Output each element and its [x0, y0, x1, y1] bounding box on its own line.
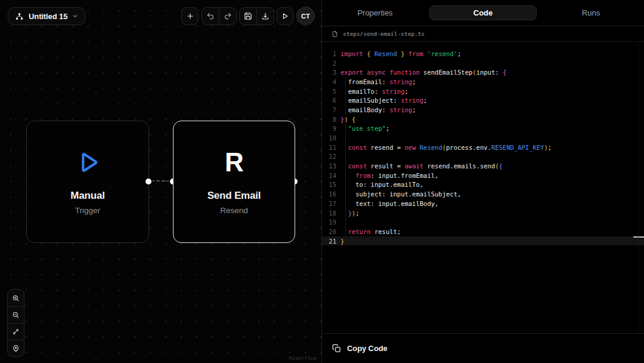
node-subtitle: Trigger: [75, 206, 100, 215]
node-manual-trigger[interactable]: Manual Trigger: [26, 121, 149, 243]
indent-guide: [345, 133, 346, 143]
code-line: 11 const resend = new Resend(process.env…: [322, 143, 644, 152]
node-title: Manual: [70, 190, 104, 202]
history-button-group: [202, 7, 237, 25]
line-number: 14: [322, 172, 340, 179]
code-text: emailBody: string;: [340, 106, 416, 113]
add-node-button[interactable]: [181, 7, 199, 25]
code-text: return result;: [340, 228, 401, 235]
indent-guide: [345, 189, 346, 199]
line-number: 6: [322, 97, 340, 104]
flow-name-dropdown[interactable]: Untitled 15: [8, 7, 85, 25]
download-icon: [261, 12, 270, 20]
line-number: 5: [322, 88, 340, 95]
line-number: 11: [322, 144, 340, 151]
line-number: 8: [322, 116, 340, 123]
code-text: export async function sendEmailStep(inpu…: [340, 69, 506, 76]
save-floppy-icon: [244, 12, 252, 20]
code-editor[interactable]: 1import { Resend } from 'resend';23expor…: [322, 42, 644, 333]
copy-icon: [332, 344, 341, 353]
code-text: fromEmail: string;: [340, 78, 416, 85]
code-line: 3export async function sendEmailStep(inp…: [322, 67, 644, 77]
code-text: "use step";: [340, 125, 389, 132]
avatar[interactable]: CT: [296, 7, 315, 25]
canvas-controls: [7, 289, 24, 357]
line-number: 17: [322, 200, 340, 207]
copy-code-button[interactable]: Copy Code: [332, 344, 388, 353]
code-line: 8}) {: [322, 115, 644, 124]
fit-view-icon: [12, 328, 20, 336]
code-text: from: input.fromEmail,: [340, 172, 438, 179]
node-subtitle: Resend: [220, 206, 248, 215]
indent-guide: [345, 96, 346, 105]
edge-manual-to-sendemail[interactable]: [151, 180, 171, 182]
code-line: 9 "use step";: [322, 124, 644, 134]
redo-icon: [224, 12, 232, 20]
line-number: 19: [322, 219, 340, 226]
code-text: to: input.emailTo,: [340, 181, 423, 188]
line-number: 12: [322, 153, 340, 160]
code-text: });: [340, 210, 360, 217]
indent-guide: [345, 152, 346, 162]
code-line: 21}: [322, 236, 644, 246]
flow-name-label: Untitled 15: [29, 12, 67, 21]
zoom-out-button[interactable]: [8, 306, 24, 323]
code-text: }) {: [340, 116, 355, 123]
zoom-in-button[interactable]: [8, 290, 24, 306]
line-number: 20: [322, 228, 340, 235]
panel-footer: Copy Code: [322, 333, 644, 363]
code-line: 5 emailTo: string;: [322, 87, 644, 96]
fit-view-button[interactable]: [8, 323, 24, 340]
code-line: 13 const result = await resend.emails.se…: [322, 161, 644, 171]
line-number: 10: [322, 134, 340, 141]
inspector-panel: Properties Code Runs steps/send-email-st…: [322, 0, 644, 363]
code-line: 16 subject: input.emailSubject,: [322, 189, 644, 199]
indent-guide: [345, 77, 346, 87]
code-text: emailTo: string;: [340, 88, 408, 95]
download-button[interactable]: [256, 8, 274, 24]
undo-button[interactable]: [202, 8, 219, 24]
copy-code-label: Copy Code: [347, 344, 388, 353]
file-button-group: [239, 7, 274, 25]
reactflow-attribution[interactable]: React Flow: [289, 355, 317, 361]
location-pin-icon: [12, 344, 20, 352]
center-location-button[interactable]: [8, 340, 24, 356]
indent-guide: [345, 180, 346, 190]
code-text: subject: input.emailSubject,: [340, 190, 461, 198]
line-number: 21: [322, 238, 340, 245]
save-button[interactable]: [240, 8, 256, 24]
flow-canvas[interactable]: Untitled 15: [0, 0, 322, 363]
code-text: const resend = new Resend(process.env.RE…: [340, 144, 552, 151]
redo-button[interactable]: [219, 8, 236, 24]
code-text: }: [340, 238, 344, 245]
code-line: 2: [322, 59, 644, 68]
code-line: 20 return result;: [322, 227, 644, 236]
code-text: emailSubject: string;: [340, 97, 427, 104]
tab-properties[interactable]: Properties: [322, 0, 428, 26]
code-line: 12: [322, 152, 644, 162]
workflow-builder-app: Untitled 15: [0, 0, 644, 363]
source-handle-manual[interactable]: [145, 179, 151, 184]
indent-guide: [345, 171, 346, 180]
trigger-play-icon: [74, 149, 101, 176]
code-line: 7 emailBody: string;: [322, 105, 644, 115]
node-send-email[interactable]: R Send Email Resend: [173, 121, 295, 243]
tab-runs[interactable]: Runs: [538, 0, 644, 26]
tab-code[interactable]: Code: [429, 5, 537, 20]
indent-guide: [345, 199, 346, 208]
line-number: 9: [322, 125, 340, 132]
line-number: 7: [322, 106, 340, 113]
file-path-row: steps/send-email-step.ts: [322, 26, 644, 42]
line-number: 15: [322, 181, 340, 188]
workflow-icon: [15, 12, 24, 21]
indent-guide: [345, 124, 346, 134]
zoom-in-icon: [12, 294, 20, 302]
code-text: const result = await resend.emails.send(…: [340, 162, 503, 170]
line-number: 1: [322, 50, 340, 57]
code-text: import { Resend } from 'resend';: [340, 50, 461, 57]
line-number: 3: [322, 69, 340, 76]
line-number: 13: [322, 162, 340, 170]
panel-tabs: Properties Code Runs: [322, 0, 644, 26]
code-text: text: input.emailBody,: [340, 200, 438, 207]
run-workflow-button[interactable]: [277, 7, 293, 25]
